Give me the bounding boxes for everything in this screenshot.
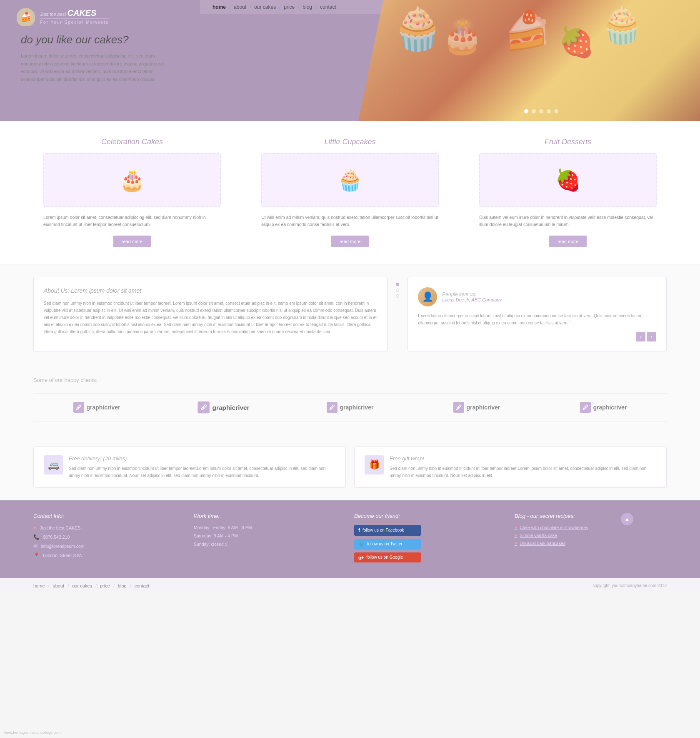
footer-contact: Contact Info: ♥ Just the best CAKES 📞 98… — [33, 513, 185, 565]
nav-about[interactable]: about — [234, 4, 246, 10]
hero-image: 🧁 🎂 🍰 🍓 🧁 — [358, 0, 700, 121]
footer-contact-phone: 📞 9876.543.210 — [33, 534, 185, 540]
product-title-1: Celebration Cakes — [43, 138, 221, 146]
feature-delivery: 🚐 Free delivery! (20 miles) Sed diam non… — [33, 447, 346, 488]
product-title-3: Fruit Desserts — [479, 138, 657, 146]
footer-contact-title: Contact Info: — [33, 513, 185, 519]
footer-worktime-saturday: Saturday: 9 AM - 4 PM — [194, 533, 346, 538]
brand-name: CAKES — [67, 8, 96, 18]
blog-post-1[interactable]: ♥ Cake with chocolate & strawberries — [515, 525, 667, 530]
client-icon-4: 🖊 — [453, 402, 464, 413]
read-more-btn-1[interactable]: read more — [113, 236, 151, 247]
blog-post-2-text: Simple vanilla cake — [520, 533, 557, 538]
google-label: follow us on Google — [366, 555, 403, 560]
read-more-btn-3[interactable]: read more — [549, 236, 587, 247]
carousel-dot-4[interactable] — [547, 109, 551, 113]
divider-2 — [459, 138, 459, 247]
about-section: About Us: Lorem ipsum dolor sit amet Sed… — [0, 264, 700, 364]
contact-phone: 9876.543.210 — [43, 535, 70, 540]
blog-post-2[interactable]: ♥ Simple vanilla cake — [515, 533, 667, 538]
nav-contact[interactable]: contact — [320, 4, 336, 10]
product-little-cupcakes: Little Cupcakes 🧁 Ut wisi enim ad minim … — [261, 138, 439, 247]
phone-icon: 📞 — [33, 534, 40, 540]
twitter-btn[interactable]: 🐦 follow us on Twitter — [354, 539, 421, 550]
client-name-1: graphicriver — [87, 404, 120, 411]
read-more-btn-2[interactable]: read more — [331, 236, 369, 247]
product-desc-3: Duis autem vel eum iriure dolor in hendr… — [479, 214, 657, 228]
bottom-nav-about[interactable]: about — [53, 583, 65, 588]
testimonial-prev-btn[interactable]: ‹ — [636, 332, 645, 341]
blog-heart-2: ♥ — [515, 533, 517, 538]
blog-post-1-text: Cake with chocolate & strawberries — [520, 525, 588, 530]
bottom-nav-links: home / about / our cakes / price / blog … — [33, 583, 149, 588]
bottom-nav-contact[interactable]: contact — [135, 583, 149, 588]
client-name-5: graphicriver — [593, 404, 627, 411]
product-image-3: 🍓 — [479, 153, 657, 207]
gift-icon: 🎁 — [365, 455, 384, 474]
footer-contact-email: ✉ info@loremipsum.com — [33, 543, 185, 549]
sidebar-dot-1[interactable] — [396, 283, 399, 286]
hero-text: do you like our cakes? Lorem ipsum dolor… — [21, 33, 171, 83]
feature-gift-text: Sed diam non ummy nibh in euismod tincid… — [390, 465, 656, 479]
client-icon-1: 🖊 — [73, 402, 84, 413]
bottom-nav-home[interactable]: home — [33, 583, 45, 588]
clients-title: Some of our happy clients: — [33, 377, 667, 383]
client-logo-1[interactable]: 🖊 graphicriver — [73, 402, 120, 413]
facebook-icon: f — [358, 527, 360, 533]
carousel-dot-3[interactable] — [539, 109, 543, 113]
blog-heart-1: ♥ — [515, 525, 517, 530]
blog-heart-3: ♥ — [515, 541, 517, 546]
client-logo-3[interactable]: 🖊 graphicriver — [327, 402, 374, 413]
client-logo-4[interactable]: 🖊 graphicriver — [453, 402, 500, 413]
client-icon-3: 🖊 — [327, 402, 338, 413]
nav-our-cakes[interactable]: our cakes — [254, 4, 276, 10]
testimonial-next-btn[interactable]: › — [647, 332, 656, 341]
footer-worktime-title: Work time: — [194, 513, 346, 519]
bottom-nav-blog[interactable]: blog — [118, 583, 127, 588]
sidebar-dot-2[interactable] — [396, 289, 399, 292]
divider-1 — [241, 138, 241, 247]
footer-worktime: Work time: Monday - Friday: 8 AM - 8 PM … — [194, 513, 346, 565]
client-icon-2: 🖊 — [198, 401, 210, 413]
footer-social: Become our friend: f follow us on Facebo… — [354, 513, 506, 565]
google-btn[interactable]: g+ follow us on Google — [354, 552, 421, 562]
client-logo-5[interactable]: 🖊 graphicriver — [580, 402, 627, 413]
carousel-dot-1[interactable] — [524, 109, 528, 113]
product-image-2: 🧁 — [261, 153, 439, 207]
bottom-nav-our-cakes[interactable]: our cakes — [72, 583, 92, 588]
logo-text: Just the best CAKES For Your Special Mom… — [40, 8, 109, 26]
contact-email: info@loremipsum.com — [41, 544, 85, 549]
logo-area: 🍰 Just the best CAKES For Your Special M… — [0, 0, 200, 34]
blog-post-3-text: Unusual dark pancakes — [520, 541, 565, 546]
worktime-saturday: Saturday: 9 AM - 4 PM — [194, 533, 238, 538]
testimonial-nav: ‹ › — [418, 332, 656, 341]
product-title-2: Little Cupcakes — [261, 138, 439, 146]
blog-post-3[interactable]: ♥ Unusual dark pancakes — [515, 541, 667, 546]
nav-blog[interactable]: blog — [302, 4, 312, 10]
twitter-icon: 🐦 — [358, 541, 365, 547]
main-content: Celebration Cakes 🎂 Lorem ipsum dolor si… — [0, 121, 700, 500]
testimonial-box: 👤 People love us: Lucas Doe Jr, ABC Comp… — [408, 277, 667, 352]
footer-contact-name: ♥ Just the best CAKES — [33, 525, 185, 531]
carousel-dot-2[interactable] — [532, 109, 536, 113]
nav-home[interactable]: home — [212, 4, 226, 10]
facebook-btn[interactable]: f follow us on Facebook — [354, 525, 421, 536]
bottom-nav-price[interactable]: price — [100, 583, 110, 588]
feature-delivery-text: Sed diam non ummy nibh in euismod tincid… — [69, 465, 335, 479]
hero-title: do you like our cakes? — [21, 33, 171, 46]
about-text: Sed diam non ummy nibh in euismod tincid… — [44, 300, 377, 335]
people-love-label: People love us: — [442, 291, 502, 297]
clients-section: Some of our happy clients: 🖊 graphicrive… — [0, 364, 700, 434]
testimonial-sidebar-dots — [396, 277, 399, 352]
clients-logos: 🖊 graphicriver 🖊 graphicriver 🖊 graphicr… — [33, 393, 667, 422]
client-icon-5: 🖊 — [580, 402, 591, 413]
nav-price[interactable]: price — [284, 4, 295, 10]
carousel-dot-5[interactable] — [554, 109, 558, 113]
footer-worktime-weekday: Monday - Friday: 8 AM - 8 PM — [194, 525, 346, 530]
sidebar-dot-3[interactable] — [396, 294, 399, 298]
client-logo-2[interactable]: 🖊 graphicriver — [198, 401, 249, 413]
products-section: Celebration Cakes 🎂 Lorem ipsum dolor si… — [0, 121, 700, 264]
feature-gift: 🎁 Free gift wrap! Sed diam non ummy nibh… — [354, 447, 667, 488]
product-celebration-cakes: Celebration Cakes 🎂 Lorem ipsum dolor si… — [43, 138, 221, 247]
testimonial-header: 👤 People love us: Lucas Doe Jr, ABC Comp… — [418, 287, 656, 306]
